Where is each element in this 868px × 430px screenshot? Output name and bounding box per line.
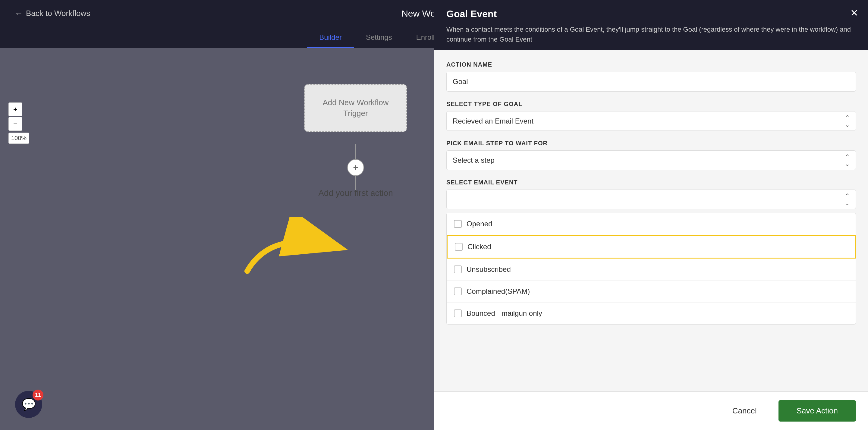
select-email-event-label: SELECT EMAIL EVENT — [446, 179, 856, 186]
save-action-button[interactable]: Save Action — [778, 400, 856, 422]
zoom-in-button[interactable]: + — [8, 102, 22, 116]
pick-email-step-field-group: PICK EMAIL STEP TO WAIT FOR Select a ste… — [446, 140, 856, 170]
zoom-level: 100% — [8, 132, 29, 144]
pick-email-step-dropdown[interactable]: Select a step — [446, 150, 856, 170]
chat-widget: 💬 11 — [15, 391, 42, 418]
select-goal-dropdown[interactable]: Recieved an Email Event — [446, 111, 856, 131]
add-first-action-label: Add your first action — [318, 188, 393, 198]
select-goal-wrapper: Recieved an Email Event ⌃⌄ — [446, 111, 856, 131]
bounced-checkbox[interactable] — [454, 309, 462, 317]
yellow-arrow-annotation — [235, 217, 380, 284]
unsubscribed-checkbox[interactable] — [454, 266, 462, 273]
back-label: Back to Workflows — [26, 9, 90, 18]
action-name-label: ACTION NAME — [446, 61, 856, 68]
chat-bubble-button[interactable]: 💬 11 — [15, 391, 42, 418]
select-goal-label: SELECT TYPE OF GOAL — [446, 101, 856, 108]
panel-title: Goal Event — [446, 8, 856, 20]
panel-description: When a contact meets the conditions of a… — [446, 24, 856, 44]
cancel-button[interactable]: Cancel — [718, 400, 771, 422]
zoom-controls: + − 100% — [8, 102, 29, 144]
tab-settings[interactable]: Settings — [354, 29, 404, 48]
plus-circle-icon: + — [353, 162, 358, 173]
select-email-event-dropdown[interactable] — [446, 189, 856, 209]
pick-email-step-wrapper: Select a step ⌃⌄ — [446, 150, 856, 170]
email-event-option-opened[interactable]: Opened — [447, 213, 856, 235]
select-email-event-field-group: SELECT EMAIL EVENT ⌃⌄ Opened Clicked — [446, 179, 856, 325]
add-action-button[interactable]: + — [347, 159, 364, 176]
action-name-field-group: ACTION NAME — [446, 61, 856, 92]
action-name-input[interactable] — [446, 72, 856, 92]
email-event-option-bounced[interactable]: Bounced - mailgun only — [447, 303, 856, 324]
clicked-checkbox[interactable] — [455, 243, 463, 251]
email-event-option-clicked[interactable]: Clicked — [447, 235, 856, 258]
panel-footer: Cancel Save Action — [434, 392, 868, 430]
email-event-dropdown-list: Opened Clicked Unsubscribed Complained(S… — [446, 213, 856, 325]
email-event-option-complained[interactable]: Complained(SPAM) — [447, 280, 856, 303]
select-goal-field-group: SELECT TYPE OF GOAL Recieved an Email Ev… — [446, 101, 856, 131]
chat-notification-badge: 11 — [33, 390, 43, 400]
select-email-event-wrapper: ⌃⌄ — [446, 189, 856, 209]
opened-checkbox[interactable] — [454, 220, 462, 228]
zoom-out-button[interactable]: − — [8, 117, 22, 131]
panel-body: ACTION NAME SELECT TYPE OF GOAL Recieved… — [434, 50, 868, 392]
pick-email-step-label: PICK EMAIL STEP TO WAIT FOR — [446, 140, 856, 147]
chat-icon: 💬 — [22, 398, 36, 411]
tab-builder[interactable]: Builder — [307, 29, 354, 48]
close-panel-button[interactable]: ✕ — [850, 7, 858, 19]
trigger-node[interactable]: Add New Workflow Trigger — [304, 84, 407, 132]
back-to-workflows-button[interactable]: ← Back to Workflows — [14, 9, 90, 19]
goal-event-panel: Goal Event When a contact meets the cond… — [434, 0, 868, 430]
panel-header: Goal Event When a contact meets the cond… — [434, 0, 868, 50]
back-arrow-icon: ← — [14, 9, 23, 19]
complained-checkbox[interactable] — [454, 287, 462, 295]
email-event-option-unsubscribed[interactable]: Unsubscribed — [447, 258, 856, 280]
